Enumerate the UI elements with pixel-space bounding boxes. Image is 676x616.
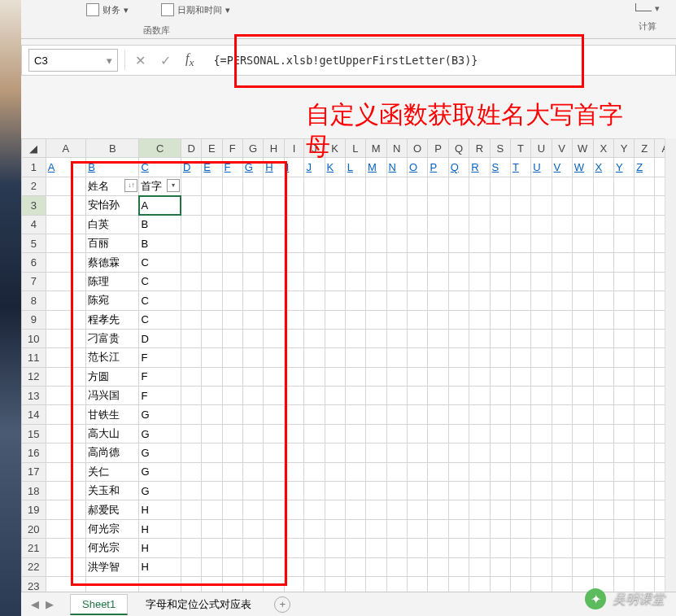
cell[interactable] xyxy=(469,367,490,386)
cell[interactable] xyxy=(386,462,407,481)
cell[interactable]: X xyxy=(593,158,613,177)
cell[interactable] xyxy=(531,500,552,519)
cell[interactable] xyxy=(202,329,222,347)
cell[interactable] xyxy=(428,329,448,347)
cell[interactable] xyxy=(635,387,655,405)
cell[interactable] xyxy=(284,367,304,386)
cell[interactable] xyxy=(635,196,655,215)
cell[interactable] xyxy=(490,462,510,481)
cell[interactable] xyxy=(284,405,304,424)
cell[interactable] xyxy=(46,424,85,443)
cell[interactable]: A xyxy=(46,158,85,177)
cell[interactable] xyxy=(428,291,448,310)
cell[interactable] xyxy=(572,405,593,424)
cell[interactable] xyxy=(345,387,365,405)
cell[interactable] xyxy=(490,539,510,557)
cell[interactable] xyxy=(386,482,407,500)
cell[interactable] xyxy=(222,291,242,310)
cell[interactable] xyxy=(490,196,510,215)
cell[interactable] xyxy=(552,557,572,576)
cell[interactable] xyxy=(264,196,284,215)
fx-icon[interactable]: fx xyxy=(185,51,194,69)
cell[interactable] xyxy=(304,387,325,405)
cell[interactable] xyxy=(304,500,325,519)
cell[interactable] xyxy=(345,215,365,234)
cell[interactable] xyxy=(490,310,510,329)
cell[interactable] xyxy=(386,405,407,424)
cell[interactable]: G xyxy=(139,424,181,443)
cell[interactable] xyxy=(613,215,634,234)
cell[interactable] xyxy=(448,253,469,272)
cell[interactable] xyxy=(304,405,325,424)
cell[interactable] xyxy=(613,387,634,405)
cell[interactable] xyxy=(572,462,593,481)
cell[interactable] xyxy=(593,272,613,291)
cell[interactable] xyxy=(469,196,490,215)
cell[interactable]: 何光宗 xyxy=(86,519,139,538)
cell[interactable] xyxy=(46,272,85,291)
cell[interactable] xyxy=(345,253,365,272)
cell[interactable] xyxy=(304,272,325,291)
cell[interactable] xyxy=(469,348,490,367)
cell[interactable] xyxy=(284,196,304,215)
cell[interactable] xyxy=(345,539,365,557)
cell[interactable] xyxy=(428,272,448,291)
cell[interactable] xyxy=(325,367,345,386)
cell[interactable] xyxy=(510,367,530,386)
cell[interactable] xyxy=(572,272,593,291)
cell[interactable] xyxy=(531,310,552,329)
cell[interactable] xyxy=(325,387,345,405)
row-header[interactable]: 14 xyxy=(22,405,46,424)
cell[interactable] xyxy=(635,329,655,347)
col-header[interactable]: N xyxy=(386,139,407,158)
cell[interactable] xyxy=(345,234,365,252)
cell[interactable] xyxy=(572,215,593,234)
cell[interactable] xyxy=(284,482,304,500)
cell[interactable] xyxy=(490,234,510,252)
cell[interactable] xyxy=(407,253,427,272)
cell[interactable] xyxy=(345,482,365,500)
cell[interactable] xyxy=(531,443,552,462)
cell[interactable] xyxy=(325,462,345,481)
cell[interactable] xyxy=(46,215,85,234)
row-header[interactable]: 2 xyxy=(22,177,46,195)
cell[interactable] xyxy=(386,443,407,462)
cell[interactable] xyxy=(572,424,593,443)
cell[interactable] xyxy=(428,424,448,443)
cell[interactable] xyxy=(635,424,655,443)
cell[interactable] xyxy=(345,424,365,443)
cell[interactable] xyxy=(407,443,427,462)
cell[interactable] xyxy=(593,462,613,481)
cell[interactable] xyxy=(613,196,634,215)
cell[interactable] xyxy=(469,539,490,557)
cell[interactable] xyxy=(635,291,655,310)
cell[interactable] xyxy=(284,329,304,347)
cell[interactable] xyxy=(531,234,552,252)
cell[interactable] xyxy=(407,424,427,443)
cell[interactable] xyxy=(304,215,325,234)
cell[interactable]: N xyxy=(386,158,407,177)
cell[interactable] xyxy=(407,557,427,576)
cell[interactable] xyxy=(202,500,222,519)
cell[interactable] xyxy=(635,177,655,195)
cell[interactable] xyxy=(181,482,201,500)
row-header[interactable]: 10 xyxy=(22,329,46,347)
cell[interactable] xyxy=(510,348,530,367)
col-header[interactable]: R xyxy=(469,139,490,158)
col-header[interactable]: H xyxy=(264,139,284,158)
cell[interactable] xyxy=(552,234,572,252)
col-header[interactable]: E xyxy=(202,139,222,158)
cell[interactable] xyxy=(304,329,325,347)
col-header[interactable]: O xyxy=(407,139,427,158)
cell[interactable] xyxy=(222,196,242,215)
cell[interactable] xyxy=(365,215,386,234)
cell[interactable] xyxy=(552,177,572,195)
cell[interactable] xyxy=(181,500,201,519)
formula-input[interactable] xyxy=(203,49,675,72)
cell[interactable] xyxy=(325,424,345,443)
cell[interactable]: Y xyxy=(613,158,634,177)
cell[interactable] xyxy=(264,234,284,252)
cell[interactable] xyxy=(510,462,530,481)
cell[interactable] xyxy=(46,367,85,386)
cell[interactable] xyxy=(264,500,284,519)
